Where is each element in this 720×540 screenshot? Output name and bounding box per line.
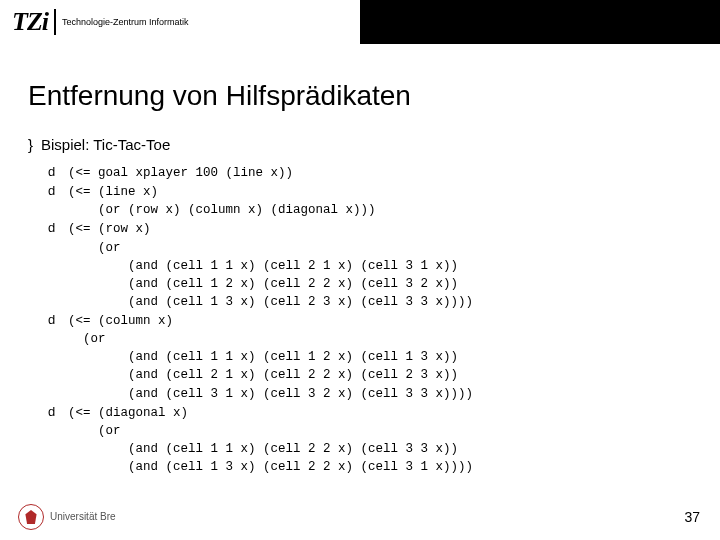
subhead: } Bispiel: Tic-Tac-Toe <box>28 136 692 153</box>
code-text: (or <box>68 424 128 438</box>
code-bullet-icon: d <box>48 219 68 238</box>
code-block: d(<= goal xplayer 100 (line x))d(<= (lin… <box>28 163 692 476</box>
code-text: (and (cell 1 3 x) (cell 2 3 x) (cell 3 3… <box>68 295 473 309</box>
code-text: (or (row x) (column x) (diagonal x))) <box>68 203 376 217</box>
logo-text: Technologie-Zentrum Informatik <box>62 18 189 27</box>
code-text: (and (cell 1 1 x) (cell 2 1 x) (cell 3 1… <box>68 259 458 273</box>
slide-content: Entfernung von Hilfsprädikaten } Bispiel… <box>0 44 720 476</box>
university-logo: Universität Bre <box>18 504 116 530</box>
hand-bullet-icon: } <box>28 136 33 153</box>
code-text: (<= (column x) <box>68 314 173 328</box>
code-text: (or <box>68 241 128 255</box>
code-line: (and (cell 1 1 x) (cell 2 1 x) (cell 3 1… <box>48 257 692 275</box>
header-right-black <box>360 0 720 44</box>
code-text: (<= (diagonal x) <box>68 406 188 420</box>
code-line: (and (cell 1 2 x) (cell 2 2 x) (cell 3 2… <box>48 275 692 293</box>
code-text: (or <box>68 332 113 346</box>
code-text: (<= (row x) <box>68 222 151 236</box>
code-line: d(<= (diagonal x) <box>48 403 692 422</box>
code-line: (and (cell 1 1 x) (cell 1 2 x) (cell 1 3… <box>48 348 692 366</box>
code-text: (and (cell 1 1 x) (cell 1 2 x) (cell 1 3… <box>68 350 458 364</box>
code-line: (or <box>48 330 692 348</box>
university-name: Universität Bre <box>50 512 116 522</box>
code-line: d(<= goal xplayer 100 (line x)) <box>48 163 692 182</box>
code-bullet-icon: d <box>48 403 68 422</box>
code-line: d(<= (column x) <box>48 311 692 330</box>
code-text: (and (cell 3 1 x) (cell 3 2 x) (cell 3 3… <box>68 387 473 401</box>
code-text: (<= (line x) <box>68 185 158 199</box>
code-bullet-icon: d <box>48 311 68 330</box>
code-line: (and (cell 1 3 x) (cell 2 2 x) (cell 3 1… <box>48 458 692 476</box>
code-text: (and (cell 2 1 x) (cell 2 2 x) (cell 2 3… <box>68 368 458 382</box>
code-text: (and (cell 1 1 x) (cell 2 2 x) (cell 3 3… <box>68 442 458 456</box>
footer: Universität Bre 37 <box>0 500 720 534</box>
university-seal-inner <box>24 510 38 524</box>
header-bar: TZi Technologie-Zentrum Informatik <box>0 0 720 44</box>
tzi-logo: TZi Technologie-Zentrum Informatik <box>12 7 189 37</box>
code-line: (and (cell 2 1 x) (cell 2 2 x) (cell 2 3… <box>48 366 692 384</box>
code-line: (or (row x) (column x) (diagonal x))) <box>48 201 692 219</box>
logo-divider <box>54 9 56 35</box>
code-text: (and (cell 1 3 x) (cell 2 2 x) (cell 3 1… <box>68 460 473 474</box>
code-line: d(<= (line x) <box>48 182 692 201</box>
code-line: (or <box>48 239 692 257</box>
code-bullet-icon: d <box>48 182 68 201</box>
code-line: (and (cell 1 1 x) (cell 2 2 x) (cell 3 3… <box>48 440 692 458</box>
subhead-text: Bispiel: Tic-Tac-Toe <box>41 136 170 153</box>
code-text: (and (cell 1 2 x) (cell 2 2 x) (cell 3 2… <box>68 277 458 291</box>
code-line: (or <box>48 422 692 440</box>
university-seal-icon <box>18 504 44 530</box>
logo-mark: TZi <box>12 7 48 37</box>
code-line: (and (cell 1 3 x) (cell 2 3 x) (cell 3 3… <box>48 293 692 311</box>
slide-title: Entfernung von Hilfsprädikaten <box>28 80 692 112</box>
code-text: (<= goal xplayer 100 (line x)) <box>68 166 293 180</box>
code-line: (and (cell 3 1 x) (cell 3 2 x) (cell 3 3… <box>48 385 692 403</box>
page-number: 37 <box>684 509 700 525</box>
code-bullet-icon: d <box>48 163 68 182</box>
code-line: d(<= (row x) <box>48 219 692 238</box>
header-left: TZi Technologie-Zentrum Informatik <box>0 0 360 44</box>
